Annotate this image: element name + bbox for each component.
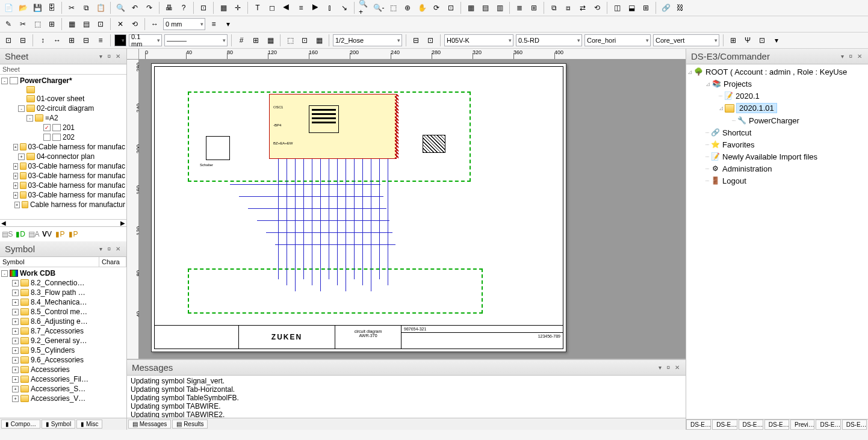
expand-icon[interactable]: +	[12, 299, 19, 306]
wire[interactable]	[362, 159, 363, 285]
bottom-tab[interactable]: DS-E…	[739, 420, 763, 430]
zoom-in-icon[interactable]: 🔍+	[358, 2, 370, 14]
commander-item[interactable]: ┈⭐Favorites	[687, 138, 867, 150]
tree-item[interactable]: 01-cover sheet	[1, 94, 125, 104]
expand-icon[interactable]: +	[12, 367, 19, 373]
zoom-window-icon[interactable]: ⬚	[387, 2, 399, 14]
tool-icon[interactable]: ⊞	[46, 18, 58, 30]
zoom-selection-icon[interactable]: ⊡	[445, 2, 457, 14]
wire-combo[interactable]: 0.5-RD	[516, 34, 582, 46]
expand-icon[interactable]: +	[13, 144, 18, 150]
wire[interactable]	[275, 244, 395, 245]
tree-item[interactable]: +Accessories	[1, 365, 125, 374]
tool-icon[interactable]: ⊞	[250, 34, 262, 46]
scroll-right-icon[interactable]: ▶	[120, 220, 125, 226]
paste-icon[interactable]: 📋	[95, 2, 107, 14]
pan-icon[interactable]: ✋	[416, 2, 428, 14]
tree-item[interactable]: +8.7_Accessories	[1, 326, 125, 336]
grid-icon[interactable]: ▦	[217, 2, 229, 14]
layer-add-icon[interactable]: ⊞	[528, 2, 540, 14]
tool-icon[interactable]: ⊟	[80, 34, 92, 46]
new-file-icon[interactable]: 📄	[2, 2, 14, 14]
tree-root[interactable]: - PowerCharger*	[1, 76, 125, 85]
panel-pin-icon[interactable]: ¤	[665, 364, 671, 371]
commander-item[interactable]: ┈📝2020.1	[687, 90, 867, 102]
wire[interactable]	[371, 159, 371, 291]
flip-icon[interactable]: ⇄	[577, 2, 589, 14]
expand-icon[interactable]: +	[12, 318, 19, 325]
view-icon[interactable]: ▮P	[67, 228, 79, 240]
tree-item[interactable]: +8.3_Flow path …	[1, 288, 125, 297]
expand-icon[interactable]: +	[12, 395, 19, 402]
messages-body[interactable]: Updating symbol Signal_vert.Updating sym…	[127, 376, 686, 418]
line-style-combo[interactable]: ———	[164, 34, 228, 46]
wire[interactable]	[346, 159, 346, 291]
table3-icon[interactable]: ▥	[494, 2, 506, 14]
expand-icon[interactable]: +	[13, 192, 18, 199]
tree-item[interactable]: +Accessories_Fil…	[1, 374, 125, 384]
redo-icon[interactable]: ↷	[143, 2, 155, 14]
tool-icon[interactable]: ↔	[51, 34, 63, 46]
unlink-icon[interactable]: ⛓	[674, 2, 686, 14]
commander-root[interactable]: ⊿ 🌳 ROOT ( Account : admin , Role : KeyU…	[687, 66, 867, 78]
tool-icon[interactable]: ▦	[66, 18, 78, 30]
tree-item[interactable]: ✓201	[1, 123, 125, 132]
expand-icon[interactable]: +	[13, 173, 18, 179]
tree-item[interactable]: +9.5_Cylinders	[1, 345, 125, 355]
view-icon[interactable]: ▤S	[1, 228, 13, 240]
link-icon[interactable]: 🔗	[660, 2, 672, 14]
bottom-tab[interactable]: DS-E…	[686, 420, 711, 430]
save-all-icon[interactable]: 🗄	[46, 2, 58, 14]
tree-item[interactable]: +03-Cable harness for manufac	[1, 171, 125, 181]
commander-item[interactable]: ┈⚙Administration	[687, 163, 867, 175]
tool-icon[interactable]: ✎	[2, 18, 14, 30]
panel-menu-icon[interactable]: ▾	[98, 53, 104, 60]
align-center-icon[interactable]: ≡	[295, 2, 307, 14]
view-icon[interactable]: ▮P	[54, 228, 66, 240]
commander-item[interactable]: ⊿📚Projects	[687, 78, 867, 90]
view-icon[interactable]: ▤A	[28, 228, 40, 240]
color-picker[interactable]	[114, 34, 126, 46]
copy-icon[interactable]: ⧉	[80, 2, 92, 14]
tree-item[interactable]: +03-Cable harness for manufac	[1, 161, 125, 171]
wire[interactable]	[230, 184, 380, 185]
panel-close-icon[interactable]: ✕	[856, 53, 863, 60]
core-h-combo[interactable]: Core_hori	[584, 34, 651, 46]
shape-icon[interactable]: ◻	[266, 2, 278, 14]
cut-icon[interactable]: ✂	[66, 2, 78, 14]
bottom-tab[interactable]: DS-E…	[764, 420, 789, 430]
layers-icon[interactable]: ≣	[513, 2, 525, 14]
tool-icon[interactable]: ⊞	[727, 34, 739, 46]
group-icon[interactable]: ⧉	[548, 2, 560, 14]
panel-close-icon[interactable]: ✕	[674, 364, 681, 371]
schematic-switch[interactable]	[206, 136, 230, 160]
line-width-combo[interactable]: 0.1 mm	[129, 34, 162, 46]
tree-item[interactable]: +Accessories_S…	[1, 384, 125, 394]
checkbox-icon[interactable]	[43, 134, 51, 141]
wire[interactable]	[303, 159, 304, 279]
connector-icon[interactable]: ↘	[338, 2, 350, 14]
tool-icon[interactable]: ⊡	[756, 34, 768, 46]
panel-pin-icon[interactable]: ¤	[848, 53, 854, 60]
tool-icon[interactable]: ⊡	[2, 34, 14, 46]
tool-icon[interactable]: ⊞	[66, 34, 78, 46]
tool-icon[interactable]: ≡	[208, 18, 220, 30]
tool-icon[interactable]: ▦	[264, 34, 276, 46]
dropdown-icon[interactable]: ▾	[770, 34, 783, 46]
expand-icon[interactable]: +	[12, 347, 19, 354]
tree-item[interactable]: -=A2	[1, 113, 125, 123]
tool-icon[interactable]: ⬚	[31, 18, 43, 30]
dropdown-icon[interactable]: ▾	[222, 18, 234, 30]
zoom-all-icon[interactable]: ⊕	[401, 2, 414, 14]
tab-compo…[interactable]: ▮ Compo…	[1, 420, 40, 429]
wire[interactable]	[320, 159, 321, 291]
panel-close-icon[interactable]: ✕	[114, 53, 122, 60]
split-grid-icon[interactable]: ⊞	[640, 2, 652, 14]
bottom-tab[interactable]: DS-E…	[816, 420, 840, 430]
expand-icon[interactable]: +	[12, 386, 19, 392]
wire[interactable]	[379, 159, 380, 279]
tab-messages[interactable]: ▤ Messages	[128, 420, 171, 429]
tool-icon[interactable]: ⊡	[299, 34, 311, 46]
align-left-icon[interactable]: ⯇	[281, 2, 293, 14]
view-icon[interactable]: VV	[41, 228, 53, 240]
